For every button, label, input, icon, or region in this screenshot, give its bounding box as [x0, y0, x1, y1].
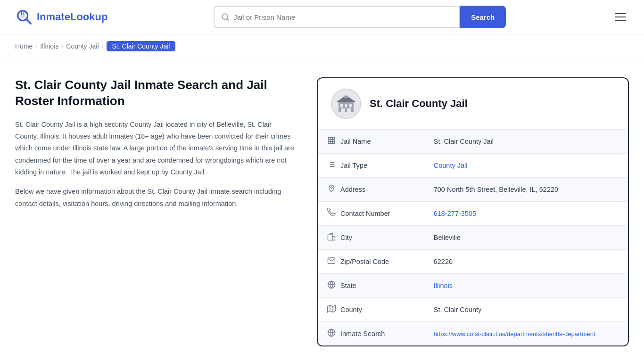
- jail-avatar: [331, 89, 361, 119]
- card-header: St. Clair County Jail: [318, 78, 628, 130]
- logo-link[interactable]: InmateLookup: [15, 8, 107, 26]
- table-row: Inmate Search https://www.co.st-clair.il…: [318, 322, 628, 346]
- value-state[interactable]: Illinois: [424, 274, 628, 298]
- table-row: Contact Number 618-277-3505: [318, 202, 628, 226]
- svg-rect-29: [333, 236, 335, 240]
- table-row: Jail Name St. Clair County Jail: [318, 130, 628, 154]
- phone-icon: [327, 208, 336, 219]
- value-county: St. Clair County: [424, 298, 628, 322]
- jail-name-icon: [327, 136, 336, 147]
- breadcrumb-current: St. Clair County Jail: [107, 41, 176, 51]
- address-icon: [327, 184, 336, 195]
- jail-type-icon: [327, 160, 336, 171]
- table-row: Zip/Postal Code 62220: [318, 250, 628, 274]
- building-icon: [335, 92, 357, 115]
- search-button[interactable]: Search: [460, 6, 506, 28]
- svg-rect-8: [340, 104, 343, 107]
- label-zip: Zip/Postal Code: [318, 250, 412, 273]
- breadcrumb-chevron-1: ›: [35, 43, 37, 49]
- label-contact: Contact Number: [318, 202, 412, 225]
- breadcrumb: Home › Illinois › County Jail › St. Clai…: [0, 34, 644, 58]
- label-state: State: [318, 274, 412, 297]
- city-icon: [327, 232, 336, 243]
- search-icon: [221, 13, 230, 21]
- value-inmate-search[interactable]: https://www.co.st-clair.il.us/department…: [424, 322, 628, 346]
- breadcrumb-chevron-2: ›: [61, 43, 63, 49]
- search-wrapper: [214, 6, 460, 28]
- hamburger-button[interactable]: [612, 10, 629, 24]
- site-header: InmateLookup Search: [0, 0, 644, 34]
- svg-rect-14: [339, 101, 353, 102]
- description-para-1: St. Clair County Jail is a high security…: [15, 119, 294, 179]
- hamburger-line-1: [615, 13, 626, 14]
- main-content: St. Clair County Jail Inmate Search and …: [0, 58, 644, 362]
- svg-rect-10: [349, 104, 352, 107]
- svg-rect-3: [21, 12, 22, 15]
- breadcrumb-home[interactable]: Home: [15, 42, 33, 50]
- hamburger-line-2: [615, 16, 626, 18]
- table-row: City Belleville: [318, 226, 628, 250]
- label-county: County: [318, 298, 412, 321]
- label-city: City: [318, 226, 412, 249]
- right-panel: St. Clair County Jail Jail Name St. Clai…: [317, 77, 629, 346]
- svg-line-1: [26, 19, 31, 24]
- breadcrumb-county-jail[interactable]: County Jail: [66, 42, 99, 50]
- svg-rect-11: [341, 108, 345, 112]
- label-inmate-search: Inmate Search: [318, 322, 412, 346]
- label-address: Address: [318, 178, 412, 201]
- svg-rect-15: [344, 96, 348, 98]
- svg-rect-16: [328, 137, 335, 144]
- logo-icon: [15, 8, 33, 26]
- table-row: Address 700 North 5th Street, Belleville…: [318, 178, 628, 202]
- svg-line-6: [227, 18, 229, 20]
- page-heading: St. Clair County Jail Inmate Search and …: [15, 77, 294, 109]
- description-para-2: Below we have given information about th…: [15, 186, 294, 210]
- state-icon: [327, 280, 336, 291]
- breadcrumb-illinois[interactable]: Illinois: [40, 42, 58, 50]
- hamburger-line-3: [615, 20, 626, 21]
- svg-rect-9: [345, 104, 347, 107]
- county-icon: [327, 304, 336, 315]
- breadcrumb-chevron-3: ›: [102, 43, 104, 49]
- svg-rect-4: [23, 12, 24, 15]
- value-city: Belleville: [424, 226, 628, 250]
- search-area: Search: [214, 6, 506, 28]
- info-card: St. Clair County Jail Jail Name St. Clai…: [317, 77, 629, 346]
- inmate-search-link[interactable]: https://www.co.st-clair.il.us/department…: [434, 330, 595, 337]
- svg-point-27: [330, 187, 332, 189]
- label-jail-type: Jail Type: [318, 154, 412, 177]
- left-panel: St. Clair County Jail Inmate Search and …: [15, 77, 317, 217]
- card-title: St. Clair County Jail: [370, 98, 468, 110]
- jail-type-link[interactable]: County Jail: [434, 162, 468, 169]
- logo-text: InmateLookup: [37, 11, 107, 23]
- state-link[interactable]: Illinois: [434, 282, 453, 289]
- table-row: Jail Type County Jail: [318, 154, 628, 178]
- value-jail-name: St. Clair County Jail: [424, 130, 628, 154]
- web-icon: [327, 329, 336, 339]
- mail-icon: [327, 256, 336, 267]
- table-row: State Illinois: [318, 274, 628, 298]
- value-jail-type[interactable]: County Jail: [424, 154, 628, 178]
- table-row: County St. Clair County: [318, 298, 628, 322]
- value-contact[interactable]: 618-277-3505: [424, 202, 628, 226]
- search-input[interactable]: [233, 13, 452, 21]
- info-table: Jail Name St. Clair County Jail Jail Typ…: [318, 130, 628, 346]
- value-zip: 62220: [424, 250, 628, 274]
- value-address: 700 North 5th Street, Belleville, IL, 62…: [424, 178, 628, 202]
- label-jail-name: Jail Name: [318, 130, 412, 153]
- svg-rect-28: [328, 235, 333, 240]
- svg-rect-12: [347, 108, 351, 112]
- contact-link[interactable]: 618-277-3505: [434, 210, 476, 217]
